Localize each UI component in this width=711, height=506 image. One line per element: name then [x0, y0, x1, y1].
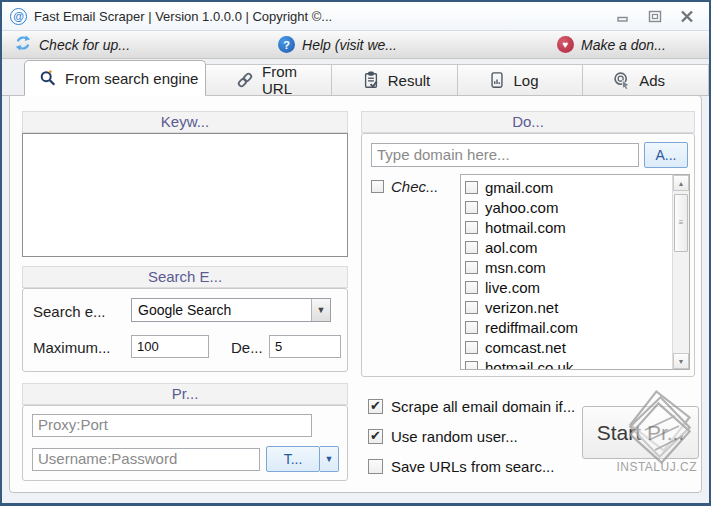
- domain-label: comcast.net: [485, 339, 566, 356]
- donate-button[interactable]: ♥ Make a don...: [557, 36, 666, 53]
- domain-label: yahoo.com: [485, 199, 558, 216]
- tab-content-panel: Keyw... Search E... Search e... Google S…: [9, 95, 702, 493]
- maximum-input[interactable]: [131, 335, 209, 358]
- domain-checkbox[interactable]: [465, 301, 478, 314]
- domain-list-item[interactable]: live.com: [461, 277, 689, 297]
- scroll-down-icon[interactable]: ▼: [673, 353, 689, 369]
- search-engine-selected-value: Google Search: [132, 299, 330, 321]
- test-proxy-button[interactable]: T...: [266, 446, 320, 472]
- close-icon[interactable]: [679, 9, 695, 23]
- help-button[interactable]: ? Help (visit we...: [278, 36, 397, 53]
- tab-strip: From search engineFrom URLResultLogAds: [2, 59, 709, 96]
- domains-group: A... Chec... gmail.comyahoo.comhotmail.c…: [361, 133, 695, 377]
- window-controls: [615, 9, 701, 23]
- domain-checkbox[interactable]: [465, 221, 478, 234]
- check-all-checkbox[interactable]: [371, 180, 384, 193]
- option-use-random-user[interactable]: Use random user...: [368, 428, 518, 445]
- domain-list-item[interactable]: gmail.com: [461, 177, 689, 197]
- maximize-icon[interactable]: [647, 9, 663, 23]
- test-proxy-dropdown-icon[interactable]: ▼: [320, 446, 339, 472]
- search-icon: [39, 69, 57, 87]
- tab-result[interactable]: Result: [332, 64, 458, 95]
- option-checkbox[interactable]: [368, 429, 383, 444]
- domain-checkbox[interactable]: [465, 201, 478, 214]
- log-document-icon: [488, 71, 506, 89]
- domain-checkbox[interactable]: [465, 181, 478, 194]
- delay-input[interactable]: [269, 335, 341, 358]
- check-updates-label: Check for up...: [39, 37, 130, 53]
- title-bar: @ Fast Email Scraper | Version 1.0.0.0 |…: [2, 2, 709, 31]
- minimize-icon[interactable]: [615, 9, 631, 23]
- domain-list-item[interactable]: rediffmail.com: [461, 317, 689, 337]
- domain-list-item[interactable]: verizon.net: [461, 297, 689, 317]
- refresh-icon: [14, 34, 32, 55]
- domain-listbox: gmail.comyahoo.comhotmail.comaol.commsn.…: [460, 174, 690, 370]
- chevron-down-icon[interactable]: ▼: [311, 299, 330, 321]
- domain-label: hotmail.co.uk: [485, 359, 573, 371]
- tab-ads[interactable]: Ads: [583, 64, 709, 95]
- search-engine-label: Search e...: [33, 303, 106, 320]
- domain-label: rediffmail.com: [485, 319, 578, 336]
- help-label: Help (visit we...: [302, 37, 397, 53]
- domain-label: msn.com: [485, 259, 546, 276]
- domain-list-item[interactable]: hotmail.co.uk: [461, 357, 689, 370]
- clipboard-check-icon: [362, 71, 380, 89]
- option-label: Save URLs from searc...: [391, 458, 554, 475]
- option-save-urls-from-searc[interactable]: Save URLs from searc...: [368, 458, 554, 475]
- proxy-port-input[interactable]: [32, 414, 312, 437]
- domain-list-scrollbar[interactable]: ▲ ≡ ▼: [672, 175, 689, 369]
- at-sign-icon: @: [10, 8, 27, 25]
- domain-label: live.com: [485, 279, 540, 296]
- search-engine-header: Search E...: [22, 266, 348, 288]
- option-checkbox[interactable]: [368, 459, 383, 474]
- cursor-click-icon: [613, 71, 631, 89]
- app-window: @ Fast Email Scraper | Version 1.0.0.0 |…: [0, 0, 711, 506]
- option-scrape-all-email-domain-if[interactable]: Scrape all email domain if...: [368, 398, 575, 415]
- domain-list-item[interactable]: aol.com: [461, 237, 689, 257]
- tab-label: Ads: [639, 72, 665, 89]
- check-updates-button[interactable]: Check for up...: [14, 34, 130, 55]
- domain-checkbox[interactable]: [465, 261, 478, 274]
- add-domain-button[interactable]: A...: [644, 142, 688, 168]
- scrollbar-thumb[interactable]: ≡: [674, 194, 688, 252]
- proxy-group: T... ▼: [22, 405, 348, 481]
- link-icon: [236, 71, 254, 89]
- maximum-label: Maximum...: [33, 339, 111, 356]
- help-icon: ?: [278, 36, 295, 53]
- tab-label: Log: [514, 72, 539, 89]
- donate-label: Make a don...: [581, 37, 666, 53]
- start-process-button[interactable]: Start Pr...: [582, 406, 699, 459]
- scroll-up-icon[interactable]: ▲: [673, 175, 689, 191]
- tab-from-search-engine[interactable]: From search engine: [24, 60, 206, 96]
- domain-input[interactable]: [371, 143, 639, 167]
- option-label: Scrape all email domain if...: [391, 398, 575, 415]
- keywords-header: Keyw...: [22, 111, 348, 133]
- domain-checkbox[interactable]: [465, 281, 478, 294]
- domain-list-item[interactable]: comcast.net: [461, 337, 689, 357]
- domain-checkbox[interactable]: [465, 361, 478, 371]
- domain-label: verizon.net: [485, 299, 558, 316]
- domain-checkbox[interactable]: [465, 321, 478, 334]
- domain-list-item[interactable]: msn.com: [461, 257, 689, 277]
- window-title: Fast Email Scraper | Version 1.0.0.0 | C…: [34, 9, 332, 24]
- domain-checkbox[interactable]: [465, 341, 478, 354]
- check-all-label: Chec...: [391, 178, 439, 195]
- check-all-row[interactable]: Chec...: [371, 178, 439, 195]
- domain-label: gmail.com: [485, 179, 553, 196]
- tab-label: From URL: [262, 63, 331, 97]
- tab-from-url[interactable]: From URL: [206, 64, 332, 95]
- tab-label: From search engine: [65, 70, 198, 87]
- tab-label: Result: [388, 72, 431, 89]
- search-engine-select[interactable]: Google Search ▼: [131, 298, 331, 322]
- domain-label: aol.com: [485, 239, 538, 256]
- domain-checkbox[interactable]: [465, 241, 478, 254]
- domain-list-item[interactable]: yahoo.com: [461, 197, 689, 217]
- option-checkbox[interactable]: [368, 399, 383, 414]
- search-engine-group: Search e... Google Search ▼ Maximum... D…: [22, 288, 348, 372]
- keywords-textarea[interactable]: [22, 133, 348, 257]
- domain-label: hotmail.com: [485, 219, 566, 236]
- proxy-credentials-input[interactable]: [32, 448, 260, 471]
- domain-list-item[interactable]: hotmail.com: [461, 217, 689, 237]
- tab-log[interactable]: Log: [458, 64, 584, 95]
- delay-label: De...: [231, 339, 263, 356]
